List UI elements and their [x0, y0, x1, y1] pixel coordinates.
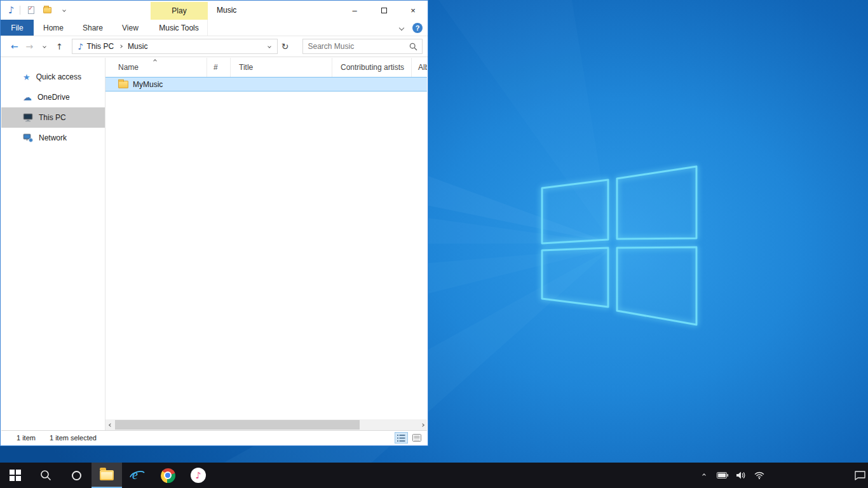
item-count: 1 item [17, 434, 36, 442]
scrollbar-thumb[interactable] [115, 420, 360, 430]
sidebar-item-this-pc[interactable]: This PC [1, 107, 105, 128]
column-headers: Name # Title Contributing artists Alb [105, 58, 427, 77]
column-header-number[interactable]: # [207, 58, 231, 77]
star-icon: ★ [23, 72, 31, 82]
file-row-mymusic[interactable]: MyMusic [105, 77, 427, 92]
tab-view[interactable]: View [112, 20, 148, 36]
window-controls: – × [340, 1, 428, 20]
address-bar: ← → ↑ ♪ This PC Music ↻ [1, 36, 428, 57]
navigation-pane: ★ Quick access ☁ OneDrive This PC [1, 58, 105, 430]
search-icon [40, 470, 51, 481]
selection-count: 1 item selected [50, 434, 97, 442]
file-explorer-icon [100, 470, 114, 480]
thumbnails-view-icon [412, 434, 421, 442]
app-music-note-icon: ♪ [8, 4, 15, 16]
recent-locations-button[interactable] [37, 45, 52, 48]
address-dropdown-button[interactable] [268, 44, 271, 48]
cloud-icon: ☁ [23, 92, 32, 102]
chevron-right-icon [421, 423, 424, 427]
breadcrumb-music[interactable]: Music [126, 42, 149, 51]
chevron-up-icon [702, 473, 706, 477]
properties-icon [28, 6, 34, 14]
sidebar-item-onedrive[interactable]: ☁ OneDrive [1, 87, 105, 107]
column-header-contributing-artists[interactable]: Contributing artists [332, 58, 412, 77]
ribbon-right-controls: ? [400, 20, 423, 36]
battery-icon [717, 472, 728, 478]
action-center-icon [855, 471, 865, 480]
window-title: Music [217, 1, 236, 20]
forward-button[interactable]: → [22, 41, 37, 51]
search-input[interactable] [308, 42, 409, 51]
taskbar-internet-explorer-button[interactable]: e [122, 463, 153, 488]
internet-explorer-icon: e [129, 467, 146, 484]
wifi-icon [754, 471, 764, 479]
chevron-down-icon [43, 44, 46, 48]
chevron-down-icon [62, 8, 66, 12]
expand-ribbon-button[interactable] [399, 25, 404, 30]
system-tray [696, 463, 868, 488]
tray-spacer [770, 475, 850, 476]
scroll-right-button[interactable] [417, 419, 427, 430]
ribbon-tabs: File Home Share View Music Tools ? [1, 20, 428, 36]
new-folder-button[interactable] [42, 4, 53, 17]
maximize-button[interactable] [369, 1, 398, 20]
folder-icon [118, 81, 128, 88]
properties-button[interactable] [25, 4, 37, 17]
window-body: ★ Quick access ☁ OneDrive This PC [1, 58, 427, 430]
maximize-icon [381, 8, 387, 13]
breadcrumb-this-pc[interactable]: This PC [85, 42, 115, 51]
divider [20, 6, 20, 15]
taskbar-file-explorer-button[interactable] [92, 463, 122, 488]
windows-logo-icon [542, 166, 696, 325]
taskbar-search-button[interactable] [31, 463, 61, 488]
svg-text:e: e [132, 468, 138, 482]
taskbar: e ♪ [0, 463, 868, 488]
scroll-left-button[interactable] [105, 419, 115, 430]
cortana-icon [72, 471, 81, 480]
refresh-button[interactable]: ↻ [278, 39, 293, 54]
sidebar-item-network[interactable]: Network [1, 128, 105, 148]
cortana-button[interactable] [61, 463, 92, 488]
taskbar-chrome-button[interactable] [153, 463, 183, 488]
tab-play[interactable]: Play [151, 2, 208, 20]
up-button[interactable]: ↑ [52, 42, 67, 51]
details-view-button[interactable] [395, 432, 408, 444]
status-bar: 1 item 1 item selected [1, 430, 427, 445]
start-button[interactable] [0, 463, 31, 488]
network-icon [23, 133, 33, 142]
action-center-button[interactable] [851, 463, 868, 488]
contextual-group-music-tools: Music Tools [151, 20, 208, 36]
search-icon [409, 43, 417, 51]
column-header-album[interactable]: Alb [412, 58, 427, 77]
tab-file[interactable]: File [1, 20, 34, 36]
windows-start-icon [10, 470, 21, 481]
minimize-button[interactable]: – [340, 1, 369, 20]
chevron-left-icon [109, 423, 112, 427]
customize-qat-button[interactable] [58, 4, 70, 17]
sidebar-item-label: OneDrive [37, 93, 70, 102]
search-box [302, 39, 423, 54]
column-header-title[interactable]: Title [231, 58, 332, 77]
help-button[interactable]: ? [412, 23, 423, 33]
battery-tray-icon[interactable] [714, 463, 731, 488]
tab-share[interactable]: Share [73, 20, 112, 36]
network-tray-icon[interactable] [751, 463, 768, 488]
sidebar-item-quick-access[interactable]: ★ Quick access [1, 67, 105, 87]
breadcrumb-separator-icon [119, 44, 123, 48]
back-button[interactable]: ← [7, 41, 22, 51]
sidebar-item-label: This PC [39, 113, 66, 122]
computer-icon [23, 113, 33, 122]
address-input[interactable]: ♪ This PC Music [72, 39, 278, 54]
volume-tray-icon[interactable] [733, 463, 749, 488]
sidebar-item-label: Network [39, 133, 67, 142]
horizontal-scrollbar[interactable] [105, 419, 427, 430]
taskbar-music-app-button[interactable]: ♪ [183, 463, 214, 488]
view-toggle-buttons [395, 432, 423, 444]
thumbnails-view-button[interactable] [410, 432, 423, 444]
tab-home[interactable]: Home [34, 20, 73, 36]
sidebar-item-label: Quick access [36, 72, 81, 81]
show-hidden-icons-button[interactable] [696, 463, 712, 488]
folder-icon [43, 7, 51, 13]
close-button[interactable]: × [398, 1, 428, 20]
file-list-pane: Name # Title Contributing artists Alb My… [105, 58, 427, 430]
